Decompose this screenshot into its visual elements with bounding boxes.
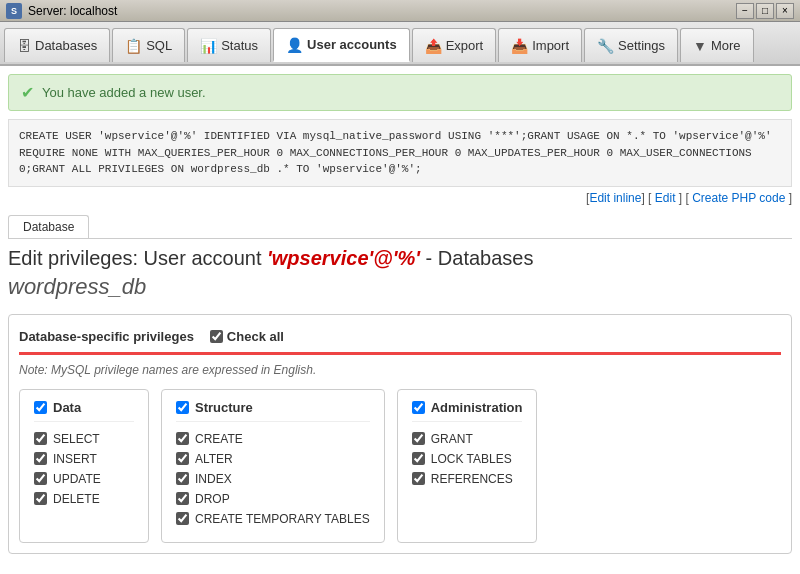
priv-box-title-data: Data xyxy=(34,400,134,422)
priv-checkbox-drop[interactable] xyxy=(176,492,189,505)
nav-tab-status[interactable]: 📊Status xyxy=(187,28,271,62)
priv-label-create-temporary-tables: CREATE TEMPORARY TABLES xyxy=(195,512,370,526)
nav-tab-user_accounts[interactable]: 👤User accounts xyxy=(273,28,410,62)
priv-item-index: INDEX xyxy=(176,472,370,486)
title-suffix: - Databases xyxy=(420,247,533,269)
app-icon: S xyxy=(6,3,22,19)
priv-item-update: UPDATE xyxy=(34,472,134,486)
priv-label-delete: DELETE xyxy=(53,492,100,506)
priv-label-drop: DROP xyxy=(195,492,230,506)
priv-label-alter: ALTER xyxy=(195,452,233,466)
priv-label-index: INDEX xyxy=(195,472,232,486)
priv-label-update: UPDATE xyxy=(53,472,101,486)
priv-item-insert: INSERT xyxy=(34,452,134,466)
priv-checkbox-update[interactable] xyxy=(34,472,47,485)
priv-item-alter: ALTER xyxy=(176,452,370,466)
priv-checkbox-select[interactable] xyxy=(34,432,47,445)
sql-text: CREATE USER 'wpservice'@'%' IDENTIFIED V… xyxy=(19,130,772,175)
tab-icon-databases: 🗄 xyxy=(17,38,31,54)
priv-tab-label: Database-specific privileges xyxy=(19,325,194,348)
priv-box-label-data: Data xyxy=(53,400,81,415)
create-php-link[interactable]: Create PHP code xyxy=(692,191,785,205)
privileges-section: Database-specific privileges Check all N… xyxy=(8,314,792,554)
priv-checkbox-lock-tables[interactable] xyxy=(412,452,425,465)
priv-box-title-administration: Administration xyxy=(412,400,523,422)
priv-checkbox-grant[interactable] xyxy=(412,432,425,445)
tab-label-export: Export xyxy=(446,38,484,53)
priv-box-structure: StructureCREATEALTERINDEXDROPCREATE TEMP… xyxy=(161,389,385,543)
tab-label-user_accounts: User accounts xyxy=(307,37,397,52)
check-icon: ✔ xyxy=(21,83,34,102)
db-tab-bar: Database xyxy=(8,215,792,239)
edit-link[interactable]: Edit xyxy=(655,191,676,205)
priv-label-create: CREATE xyxy=(195,432,243,446)
check-all-text: Check all xyxy=(227,329,284,344)
edit-inline-link[interactable]: Edit inline xyxy=(589,191,641,205)
minimize-button[interactable]: − xyxy=(736,3,754,19)
priv-label-references: REFERENCES xyxy=(431,472,513,486)
priv-item-delete: DELETE xyxy=(34,492,134,506)
nav-tab-sql[interactable]: 📋SQL xyxy=(112,28,185,62)
tab-label-more: More xyxy=(711,38,741,53)
tab-icon-user_accounts: 👤 xyxy=(286,37,303,53)
nav-tabs: 🗄Databases📋SQL📊Status👤User accounts📤Expo… xyxy=(0,22,800,66)
priv-box-check-data[interactable] xyxy=(34,401,47,414)
priv-item-select: SELECT xyxy=(34,432,134,446)
tab-label-sql: SQL xyxy=(146,38,172,53)
priv-label-grant: GRANT xyxy=(431,432,473,446)
priv-item-lock-tables: LOCK TABLES xyxy=(412,452,523,466)
priv-box-data: DataSELECTINSERTUPDATEDELETE xyxy=(19,389,149,543)
database-tab[interactable]: Database xyxy=(8,215,89,238)
priv-checkbox-delete[interactable] xyxy=(34,492,47,505)
note-text: Note: MySQL privilege names are expresse… xyxy=(19,363,781,377)
check-all-label[interactable]: Check all xyxy=(210,329,284,344)
close-button[interactable]: × xyxy=(776,3,794,19)
priv-checkbox-index[interactable] xyxy=(176,472,189,485)
priv-item-create-temporary-tables: CREATE TEMPORARY TABLES xyxy=(176,512,370,526)
tab-icon-status: 📊 xyxy=(200,38,217,54)
titlebar: S Server: localhost − □ × xyxy=(0,0,800,22)
nav-tab-databases[interactable]: 🗄Databases xyxy=(4,28,110,62)
nav-tab-more[interactable]: ▼More xyxy=(680,28,753,62)
tab-label-databases: Databases xyxy=(35,38,97,53)
priv-header: Database-specific privileges Check all xyxy=(19,325,781,355)
priv-boxes: DataSELECTINSERTUPDATEDELETEStructureCRE… xyxy=(19,389,781,543)
alert-message: You have added a new user. xyxy=(42,85,206,100)
tab-icon-import: 📥 xyxy=(511,38,528,54)
tab-icon-sql: 📋 xyxy=(125,38,142,54)
nav-tab-export[interactable]: 📤Export xyxy=(412,28,497,62)
tab-icon-more: ▼ xyxy=(693,38,707,54)
priv-item-grant: GRANT xyxy=(412,432,523,446)
priv-label-insert: INSERT xyxy=(53,452,97,466)
priv-item-create: CREATE xyxy=(176,432,370,446)
priv-checkbox-create-temporary-tables[interactable] xyxy=(176,512,189,525)
title-user: 'wpservice'@'%' xyxy=(267,247,420,269)
tab-icon-export: 📤 xyxy=(425,38,442,54)
window-title: Server: localhost xyxy=(28,4,736,18)
tab-label-status: Status xyxy=(221,38,258,53)
tab-label-import: Import xyxy=(532,38,569,53)
sql-code-block: CREATE USER 'wpservice'@'%' IDENTIFIED V… xyxy=(8,119,792,187)
priv-label-select: SELECT xyxy=(53,432,100,446)
nav-tab-settings[interactable]: 🔧Settings xyxy=(584,28,678,62)
priv-checkbox-create[interactable] xyxy=(176,432,189,445)
page-subtitle: wordpress_db xyxy=(8,274,792,300)
nav-tab-import[interactable]: 📥Import xyxy=(498,28,582,62)
window-controls: − □ × xyxy=(736,3,794,19)
priv-box-check-administration[interactable] xyxy=(412,401,425,414)
priv-checkbox-alter[interactable] xyxy=(176,452,189,465)
priv-box-check-structure[interactable] xyxy=(176,401,189,414)
check-all-checkbox[interactable] xyxy=(210,330,223,343)
maximize-button[interactable]: □ xyxy=(756,3,774,19)
priv-checkbox-references[interactable] xyxy=(412,472,425,485)
priv-box-title-structure: Structure xyxy=(176,400,370,422)
main-content: ✔ You have added a new user. CREATE USER… xyxy=(0,66,800,574)
page-title: Edit privileges: User account 'wpservice… xyxy=(8,247,792,270)
priv-box-administration: AdministrationGRANTLOCK TABLESREFERENCES xyxy=(397,389,538,543)
success-alert: ✔ You have added a new user. xyxy=(8,74,792,111)
tab-label-settings: Settings xyxy=(618,38,665,53)
priv-label-lock-tables: LOCK TABLES xyxy=(431,452,512,466)
tab-icon-settings: 🔧 xyxy=(597,38,614,54)
priv-checkbox-insert[interactable] xyxy=(34,452,47,465)
priv-item-drop: DROP xyxy=(176,492,370,506)
